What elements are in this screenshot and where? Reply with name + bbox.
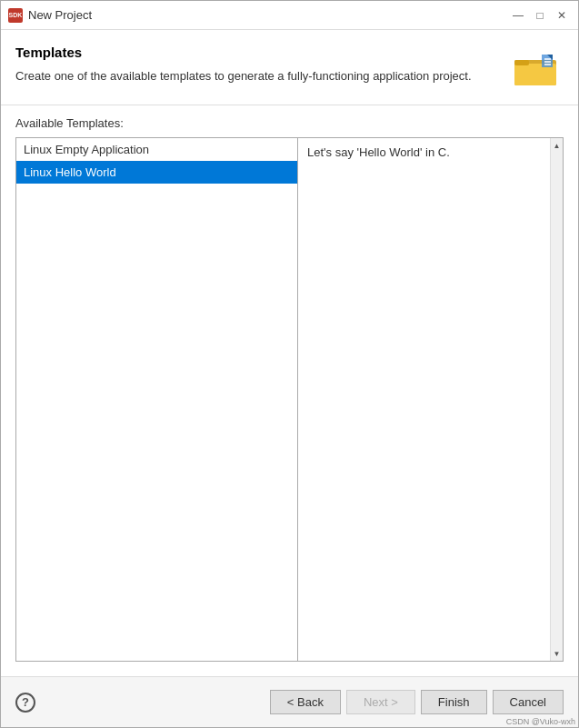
footer-right: < Back Next > Finish Cancel	[270, 690, 564, 714]
svg-rect-2	[514, 60, 529, 65]
template-item-empty[interactable]: Linux Empty Application	[16, 138, 297, 161]
main-content: Templates Create one of the available te…	[1, 30, 578, 676]
separator	[1, 105, 578, 105]
title-bar-left: SDK New Project	[8, 8, 92, 23]
help-button[interactable]: ?	[15, 693, 35, 713]
page-description: Create one of the available templates to…	[15, 67, 498, 85]
finish-button[interactable]: Finish	[421, 690, 487, 714]
watermark: CSDN @Vuko-wxh	[506, 717, 575, 726]
back-button[interactable]: < Back	[270, 690, 341, 714]
cancel-button[interactable]: Cancel	[493, 690, 564, 714]
header-text: Templates Create one of the available te…	[15, 45, 498, 85]
maximize-button[interactable]: □	[531, 6, 549, 25]
folder-icon	[513, 47, 560, 87]
next-button[interactable]: Next >	[346, 690, 415, 714]
templates-panel: Linux Empty Application Linux Hello Worl…	[15, 137, 564, 662]
template-description-text: Let's say 'Hello World' in C.	[307, 145, 450, 159]
available-templates-label: Available Templates:	[15, 116, 564, 130]
template-list: Linux Empty Application Linux Hello Worl…	[16, 138, 298, 661]
window-title: New Project	[28, 8, 92, 22]
minimize-button[interactable]: —	[509, 6, 527, 25]
new-project-dialog: SDK New Project — □ ✕ Templates Create o…	[0, 0, 579, 728]
scroll-down-arrow[interactable]: ▼	[551, 646, 564, 661]
page-title: Templates	[15, 45, 498, 60]
description-scrollbar[interactable]: ▲ ▼	[550, 138, 563, 661]
window-controls: — □ ✕	[509, 6, 571, 25]
app-icon: SDK	[8, 8, 23, 23]
template-item-hello[interactable]: Linux Hello World	[16, 161, 297, 184]
header-icon	[509, 45, 564, 90]
footer: ? < Back Next > Finish Cancel	[1, 676, 578, 727]
scroll-up-arrow[interactable]: ▲	[551, 138, 564, 153]
title-bar: SDK New Project — □ ✕	[1, 1, 578, 30]
close-button[interactable]: ✕	[553, 6, 571, 25]
template-description-area: Let's say 'Hello World' in C. ▲ ▼	[298, 138, 563, 661]
header-section: Templates Create one of the available te…	[15, 45, 564, 90]
footer-left: ?	[15, 693, 35, 713]
